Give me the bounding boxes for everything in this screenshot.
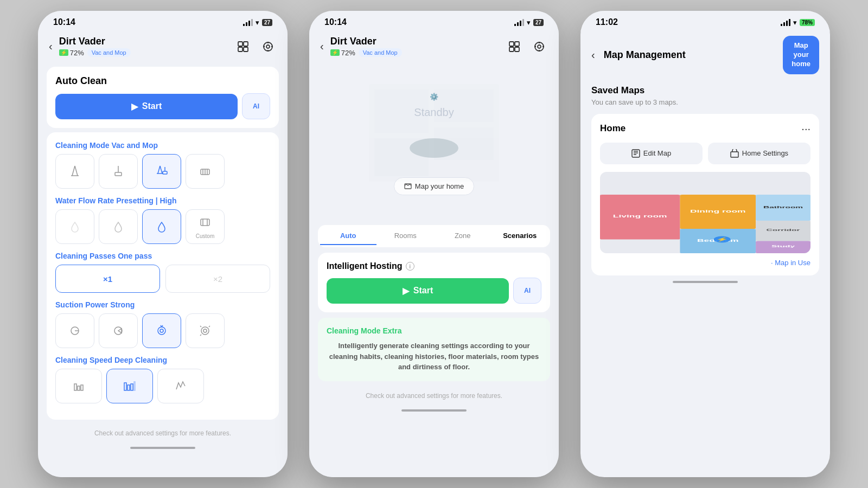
passes-options: ×1 ×2 [55,265,270,293]
fast-speed-option[interactable] [157,369,204,403]
cleaning-mode-title-2: Cleaning Mode Extra [327,326,541,335]
battery-2: 27 [533,19,544,26]
robot-disc [410,138,458,158]
standby-area: ⚙️ Standby Map your home [309,62,559,225]
max-suction-option[interactable] [186,313,225,348]
back-button-1[interactable]: ‹ [49,40,53,53]
sweep-only-option[interactable] [55,154,94,189]
svg-rect-35 [78,386,80,390]
cleaning-speed-label: Cleaning Speed Deep Cleaning [55,356,270,364]
tab-scenarios[interactable]: Scenarios [492,227,548,245]
svg-point-5 [266,45,270,48]
start-button-2[interactable]: ▶ Start [327,278,509,304]
advanced-hint-1: Check out advanced settings for more fea… [38,424,288,442]
svg-rect-3 [244,47,248,52]
status-icons-3: ▾ 78% [781,18,815,27]
water-flow-label: Water Flow Rate Presetting | High [55,196,270,205]
play-icon-1: ▶ [131,101,138,112]
map-actions: Edit Map Home Settings [600,143,810,164]
map-card-name: Home [600,123,626,134]
target-icon-2[interactable] [531,38,548,55]
two-pass-button[interactable]: ×2 [165,265,270,293]
info-icon[interactable]: i [406,262,414,271]
svg-rect-52 [374,89,429,133]
header-icons-1 [234,38,277,55]
signal-icon [243,19,253,26]
standard-suction-option[interactable] [99,313,138,348]
svg-rect-34 [74,384,76,390]
svg-point-32 [201,327,209,335]
signal-icon-2 [514,19,524,26]
grid-icon-2[interactable] [506,38,523,55]
ai-button-1[interactable]: AI [242,93,270,119]
map-home-button[interactable]: Map your home [783,36,819,74]
wifi-icon-3: ▾ [793,18,797,27]
speed-options [55,369,270,403]
svg-line-11 [75,166,78,176]
svg-rect-37 [124,383,126,390]
svg-text:Dining room: Dining room [690,209,746,214]
home-settings-button[interactable]: Home Settings [708,143,810,164]
vac-mop-option[interactable] [142,154,181,189]
svg-line-10 [72,166,75,176]
cleaning-mode-options [55,154,270,189]
tab-zone[interactable]: Zone [435,227,491,245]
tab-auto[interactable]: Auto [320,227,376,245]
intelligent-title: Intelligent Hosting i [327,261,541,271]
med-flow-option[interactable] [99,209,138,244]
signal-icon-3 [781,19,790,26]
quiet-suction-option[interactable] [55,313,94,348]
phone3: 11:02 ▾ 78% ‹ Map Management Map your [580,11,830,477]
cleaning-mode-card: Cleaning Mode Extra Intelligently genera… [318,318,550,381]
cleaning-mode-desc: Intelligently generate cleaning settings… [327,341,541,373]
three-dots-menu[interactable]: ··· [801,123,810,135]
custom-flow-option[interactable]: Custom [186,209,225,244]
section-title-1: Auto Clean [55,75,270,87]
low-flow-option[interactable] [55,209,94,244]
robot-name-2: Dirt Vader [330,36,402,47]
svg-rect-1 [244,42,248,46]
svg-text:Study: Study [771,245,795,248]
battery-pct-2: ⚡ 72% [330,49,355,57]
svg-line-15 [158,166,160,174]
svg-rect-44 [515,47,519,52]
map-mgmt-title: Map Management [604,49,686,61]
cleaning-speed-row: Cleaning Speed Deep Cleaning [55,356,270,403]
svg-rect-24 [201,219,209,226]
back-button-2[interactable]: ‹ [320,40,324,53]
high-flow-option[interactable] [142,209,181,244]
slow-speed-option[interactable] [55,369,102,403]
target-icon[interactable] [259,38,277,55]
dry-only-option[interactable] [186,154,225,189]
one-pass-button[interactable]: ×1 [55,265,160,293]
start-button-1[interactable]: ▶ Start [55,94,238,119]
cleaning-passes-label: Cleaning Passes One pass [55,252,270,260]
cleaning-mode-row: Cleaning Mode Vac and Mop [55,141,270,189]
map-card-header: Home ··· [600,123,810,135]
ai-button-2[interactable]: AI [513,278,541,304]
deep-clean-option[interactable] [106,369,153,403]
svg-rect-53 [434,89,494,122]
strong-suction-option[interactable] [142,313,181,348]
back-button-3[interactable]: ‹ [591,49,595,61]
svg-text:⚡: ⚡ [716,236,729,241]
robot-name-1: Dirt Vader [59,36,131,47]
floor-plan: Living room Dining room Bathroom Corrido… [600,172,810,253]
battery-pct-1: ⚡ 72% [59,49,84,57]
svg-text:Corridor: Corridor [767,228,801,232]
svg-rect-38 [127,385,130,390]
saved-maps-hint: You can save up to 3 maps. [591,98,819,106]
tab-rooms[interactable]: Rooms [378,227,434,245]
home-bar-3 [673,281,738,283]
edit-map-button[interactable]: Edit Map [600,143,703,164]
status-bar-3: 11:02 ▾ 78% [580,11,830,31]
mop-only-option[interactable] [99,154,138,189]
tab-bar-2: Auto Rooms Zone Scenarios [318,225,550,247]
grid-icon[interactable] [234,38,252,55]
intelligent-card: Intelligent Hosting i ▶ Start AI [318,253,550,312]
svg-line-16 [160,166,162,174]
svg-rect-2 [238,47,242,52]
phone1-header: ‹ Dirt Vader ⚡ 72% Vac and Mop [38,31,288,62]
mode-badge-2: Vac and Mop [359,48,402,57]
svg-rect-42 [515,42,519,46]
